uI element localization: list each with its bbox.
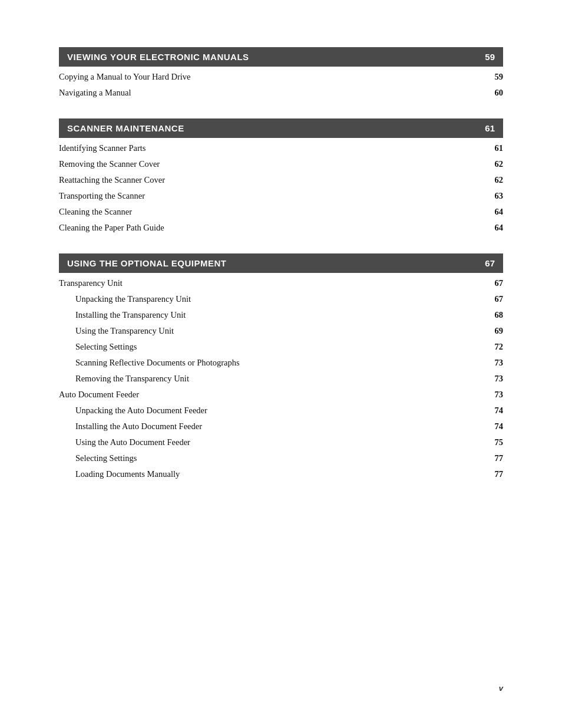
- toc-entry-page: 68: [485, 310, 503, 320]
- toc-entry[interactable]: Loading Documents Manually77: [59, 466, 503, 482]
- toc-entry-text: Navigating a Manual: [59, 88, 131, 98]
- section-title-viewing-manuals: VIEWING YOUR ELECTRONIC MANUALS: [67, 52, 249, 62]
- toc-entry-page: 72: [485, 342, 503, 352]
- toc-entry-page: 77: [485, 469, 503, 479]
- toc-entry-page: 73: [485, 374, 503, 384]
- toc-entry[interactable]: Transporting the Scanner63: [59, 188, 503, 204]
- toc-entry-text: Removing the Transparency Unit: [75, 374, 189, 384]
- toc-entry-text: Auto Document Feeder: [59, 390, 139, 400]
- toc-entry-page: 73: [485, 358, 503, 368]
- toc-entry-text: Using the Transparency Unit: [75, 326, 174, 336]
- toc-entry-page: 63: [485, 191, 503, 201]
- toc-entry[interactable]: Using the Transparency Unit69: [59, 323, 503, 339]
- page-number: v: [499, 684, 503, 693]
- toc-entry-page: 67: [485, 278, 503, 288]
- section-optional-equipment: USING THE OPTIONAL EQUIPMENT67Transparen…: [59, 253, 503, 482]
- toc-entry-page: 62: [485, 175, 503, 185]
- toc-entry[interactable]: Installing the Auto Document Feeder74: [59, 419, 503, 434]
- toc-entry-page: 62: [485, 159, 503, 169]
- toc-entry-page: 74: [485, 421, 503, 431]
- toc-entry-text: Copying a Manual to Your Hard Drive: [59, 72, 191, 82]
- toc-entry[interactable]: Using the Auto Document Feeder75: [59, 434, 503, 450]
- toc-entry-text: Removing the Scanner Cover: [59, 159, 160, 169]
- toc-entry[interactable]: Unpacking the Transparency Unit67: [59, 291, 503, 307]
- section-scanner-maintenance: SCANNER MAINTENANCE61Identifying Scanner…: [59, 118, 503, 236]
- toc-entry-text: Installing the Auto Document Feeder: [75, 421, 202, 431]
- toc-entry[interactable]: Reattaching the Scanner Cover62: [59, 172, 503, 188]
- toc-entry-page: 61: [485, 143, 503, 153]
- toc-entry[interactable]: Identifying Scanner Parts61: [59, 140, 503, 156]
- toc-entry-text: Installing the Transparency Unit: [75, 310, 186, 320]
- toc-entry-page: 64: [485, 223, 503, 233]
- section-header-page-viewing-manuals: 59: [485, 52, 495, 62]
- section-viewing-manuals: VIEWING YOUR ELECTRONIC MANUALS59Copying…: [59, 47, 503, 101]
- toc-entry-page: 74: [485, 406, 503, 416]
- toc-entry[interactable]: Installing the Transparency Unit68: [59, 307, 503, 323]
- toc-entry[interactable]: Navigating a Manual60: [59, 85, 503, 101]
- toc-entry-page: 73: [485, 390, 503, 400]
- toc-entry-text: Cleaning the Paper Path Guide: [59, 223, 164, 233]
- toc-entry-text: Transparency Unit: [59, 278, 123, 288]
- section-header-page-optional-equipment: 67: [485, 258, 495, 268]
- toc-entry-page: 64: [485, 207, 503, 217]
- toc-entry-text: Loading Documents Manually: [75, 469, 180, 479]
- toc-entry-text: Transporting the Scanner: [59, 191, 145, 201]
- toc-entry[interactable]: Removing the Transparency Unit73: [59, 371, 503, 387]
- toc-container: VIEWING YOUR ELECTRONIC MANUALS59Copying…: [59, 47, 503, 482]
- toc-entry[interactable]: Unpacking the Auto Document Feeder74: [59, 403, 503, 419]
- toc-entry[interactable]: Transparency Unit67: [59, 275, 503, 291]
- toc-entry-text: Selecting Settings: [75, 342, 137, 352]
- toc-entry[interactable]: Selecting Settings72: [59, 339, 503, 355]
- toc-entry-text: Selecting Settings: [75, 453, 137, 463]
- toc-entry[interactable]: Cleaning the Paper Path Guide64: [59, 220, 503, 236]
- section-header-scanner-maintenance[interactable]: SCANNER MAINTENANCE61: [59, 118, 503, 138]
- toc-entry-page: 60: [485, 88, 503, 98]
- toc-entry[interactable]: Cleaning the Scanner64: [59, 204, 503, 220]
- section-header-page-scanner-maintenance: 61: [485, 123, 495, 133]
- toc-entry-page: 75: [485, 437, 503, 447]
- toc-entry-page: 59: [485, 72, 503, 82]
- section-header-viewing-manuals[interactable]: VIEWING YOUR ELECTRONIC MANUALS59: [59, 47, 503, 67]
- section-title-optional-equipment: USING THE OPTIONAL EQUIPMENT: [67, 258, 226, 268]
- section-title-scanner-maintenance: SCANNER MAINTENANCE: [67, 123, 184, 133]
- toc-entry[interactable]: Scanning Reflective Documents or Photogr…: [59, 355, 503, 371]
- toc-entry-text: Cleaning the Scanner: [59, 207, 132, 217]
- toc-entry[interactable]: Removing the Scanner Cover62: [59, 156, 503, 172]
- toc-entry-text: Identifying Scanner Parts: [59, 143, 146, 153]
- toc-entry-page: 69: [485, 326, 503, 336]
- toc-entry-text: Unpacking the Auto Document Feeder: [75, 406, 207, 416]
- toc-entry-page: 77: [485, 453, 503, 463]
- toc-entry[interactable]: Selecting Settings77: [59, 450, 503, 466]
- toc-entry-text: Reattaching the Scanner Cover: [59, 175, 165, 185]
- toc-entry-text: Scanning Reflective Documents or Photogr…: [75, 358, 240, 368]
- section-header-optional-equipment[interactable]: USING THE OPTIONAL EQUIPMENT67: [59, 253, 503, 273]
- toc-entry-text: Unpacking the Transparency Unit: [75, 294, 191, 304]
- toc-entry[interactable]: Copying a Manual to Your Hard Drive59: [59, 69, 503, 85]
- toc-entry-text: Using the Auto Document Feeder: [75, 437, 190, 447]
- toc-entry-page: 67: [485, 294, 503, 304]
- toc-entry[interactable]: Auto Document Feeder73: [59, 387, 503, 403]
